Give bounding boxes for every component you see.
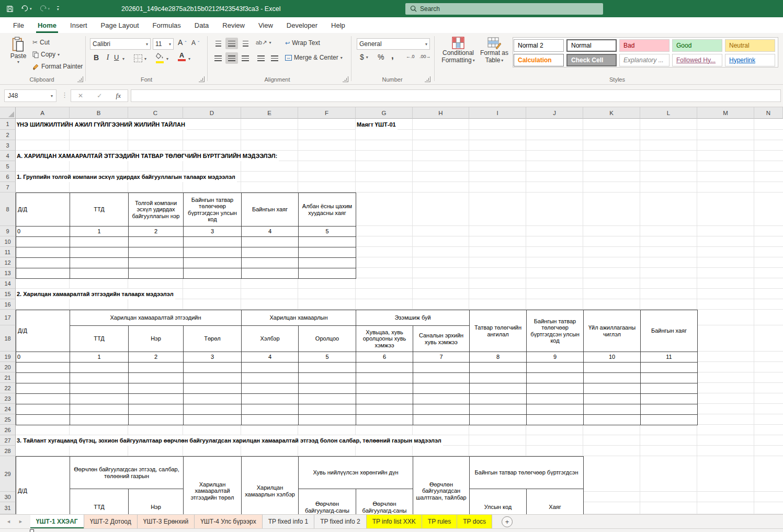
- empty-cell[interactable]: [299, 258, 356, 268]
- empty-cell[interactable]: [184, 404, 242, 415]
- empty-cell[interactable]: [242, 383, 299, 394]
- index-cell[interactable]: 4: [242, 352, 299, 363]
- row-header-5[interactable]: 5: [0, 161, 16, 172]
- name-box-dropdown[interactable]: ▾: [51, 94, 53, 98]
- accounting-format-button[interactable]: $▾: [360, 53, 368, 61]
- empty-cell[interactable]: [299, 415, 356, 425]
- row-header-23[interactable]: 23: [0, 393, 16, 404]
- header-cell[interactable]: Оролцоо: [299, 326, 356, 352]
- header-cell[interactable]: Хувьцаа, хувь оролцооны хувь хэмжээ: [356, 326, 413, 352]
- empty-cell[interactable]: [242, 415, 299, 425]
- empty-cell[interactable]: [129, 247, 184, 258]
- empty-cell[interactable]: [299, 394, 356, 404]
- column-header-L[interactable]: L: [640, 107, 697, 119]
- row-header-26[interactable]: 26: [0, 425, 16, 435]
- empty-cell[interactable]: [641, 363, 698, 373]
- header-cell[interactable]: Үйл ажиллагааны чиглэл: [584, 310, 641, 352]
- empty-cell[interactable]: [242, 247, 299, 258]
- index-cell[interactable]: 6: [356, 352, 413, 363]
- index-cell[interactable]: 3: [184, 227, 242, 237]
- decrease-indent-button[interactable]: [255, 52, 267, 64]
- sheet-grid[interactable]: ҮНЭ ШИЛЖИЛТИЙН АЖИЛ ГҮЙЛГЭЭНИЙ ЖИЛИЙН ТА…: [16, 119, 783, 514]
- header-cell[interactable]: Улсын код: [470, 489, 527, 515]
- empty-cell[interactable]: [527, 383, 584, 394]
- cell-style-explanatory[interactable]: Explanatory ...: [619, 54, 669, 66]
- align-right-button[interactable]: [239, 52, 252, 64]
- row-header-11[interactable]: 11: [0, 247, 16, 257]
- cell-a15[interactable]: 2. Харилцан хамааралтай этгээдийн талаар…: [16, 289, 175, 299]
- row-header-29[interactable]: 29: [0, 456, 16, 492]
- column-header-M[interactable]: M: [697, 107, 754, 119]
- conditional-formatting-button[interactable]: Conditional Formatting▾: [439, 37, 477, 64]
- empty-cell[interactable]: [70, 258, 129, 268]
- formula-input[interactable]: [131, 89, 781, 102]
- header-cell[interactable]: Д/Д: [16, 310, 70, 352]
- font-family-select[interactable]: Calibri▾: [90, 38, 151, 50]
- header-cell[interactable]: Татвар төлөгчийн ангилал: [470, 310, 527, 352]
- column-header-B[interactable]: B: [70, 107, 128, 119]
- decrease-decimal-button[interactable]: .00→: [419, 54, 431, 59]
- empty-cell[interactable]: [641, 394, 698, 404]
- header-cell[interactable]: Өөрчлөн байгуулагд-саны: [356, 489, 413, 515]
- row-header-21[interactable]: 21: [0, 372, 16, 383]
- header-cell[interactable]: Байнгын хаяг: [641, 310, 698, 352]
- header-group-cell[interactable]: Байнгын татвар төлөгчөөр бүртгэгдсэн: [470, 457, 584, 489]
- empty-cell[interactable]: [356, 383, 413, 394]
- shrink-font-button[interactable]: Aˇ: [191, 39, 199, 47]
- empty-cell[interactable]: [16, 237, 70, 247]
- index-cell[interactable]: 4: [242, 227, 299, 237]
- empty-cell[interactable]: [184, 268, 242, 279]
- header-cell[interactable]: Байнгын хаяг: [242, 193, 299, 227]
- align-left-button[interactable]: [212, 52, 224, 64]
- alignment-dialog-launcher[interactable]: [343, 76, 348, 82]
- empty-cell[interactable]: [242, 237, 299, 247]
- header-group-cell[interactable]: Харилцан хамаарлын: [242, 310, 356, 326]
- row-header-13[interactable]: 13: [0, 268, 16, 278]
- row-header-10[interactable]: 10: [0, 236, 16, 247]
- header-cell[interactable]: Өөрчлөн байгуулагд-саны: [299, 489, 356, 515]
- index-cell[interactable]: 8: [470, 352, 527, 363]
- number-format-select[interactable]: General▾: [357, 38, 430, 50]
- row-header-20[interactable]: 20: [0, 362, 16, 372]
- empty-cell[interactable]: [356, 373, 413, 383]
- empty-cell[interactable]: [299, 268, 356, 279]
- align-middle-button[interactable]: [225, 38, 238, 49]
- cell-style-followed[interactable]: Followed Hy...: [672, 54, 722, 66]
- cell-style-normal2[interactable]: Normal 2: [514, 39, 564, 52]
- tab-help[interactable]: Help: [324, 17, 352, 33]
- undo-icon[interactable]: ▾: [21, 5, 32, 12]
- empty-cell[interactable]: [527, 373, 584, 383]
- header-cell[interactable]: Харилцан хамааралтай этгээдийн төрөл: [184, 457, 242, 515]
- empty-cell[interactable]: [470, 394, 527, 404]
- header-cell[interactable]: Өөрчлөн байгуулагдсан шалтгаан, тайлбар: [413, 457, 470, 515]
- tab-file[interactable]: File: [6, 17, 31, 33]
- sheet-nav-right-icon[interactable]: ►: [18, 519, 23, 524]
- empty-cell[interactable]: [299, 363, 356, 373]
- new-sheet-button[interactable]: +: [502, 516, 513, 527]
- empty-cell[interactable]: [70, 247, 129, 258]
- underline-dropdown[interactable]: ▾: [122, 56, 124, 61]
- empty-cell[interactable]: [470, 383, 527, 394]
- cell-a1[interactable]: ҮНЭ ШИЛЖИЛТИЙН АЖИЛ ГҮЙЛГЭЭНИЙ ЖИЛИЙН ТА…: [16, 119, 187, 130]
- index-cell[interactable]: 2: [129, 227, 184, 237]
- sheet-tab-tp-fixed-info-2[interactable]: TP fixed info 2: [314, 515, 367, 528]
- empty-cell[interactable]: [70, 394, 129, 404]
- empty-cell[interactable]: [184, 237, 242, 247]
- empty-cell[interactable]: [16, 404, 70, 415]
- header-cell[interactable]: Төрөл: [184, 326, 242, 352]
- empty-cell[interactable]: [16, 383, 70, 394]
- empty-cell[interactable]: [470, 363, 527, 373]
- empty-cell[interactable]: [527, 394, 584, 404]
- align-center-button[interactable]: [225, 52, 238, 64]
- font-color-button[interactable]: A: [178, 52, 186, 61]
- empty-cell[interactable]: [184, 383, 242, 394]
- column-header-J[interactable]: J: [526, 107, 583, 119]
- redo-icon[interactable]: ▾: [39, 5, 50, 12]
- empty-cell[interactable]: [470, 404, 527, 415]
- index-cell[interactable]: 3: [184, 352, 242, 363]
- index-cell[interactable]: 7: [413, 352, 470, 363]
- row-header-15[interactable]: 15: [0, 289, 16, 299]
- row-header-2[interactable]: 2: [0, 130, 16, 140]
- empty-cell[interactable]: [299, 383, 356, 394]
- tab-developer[interactable]: Developer: [280, 17, 324, 33]
